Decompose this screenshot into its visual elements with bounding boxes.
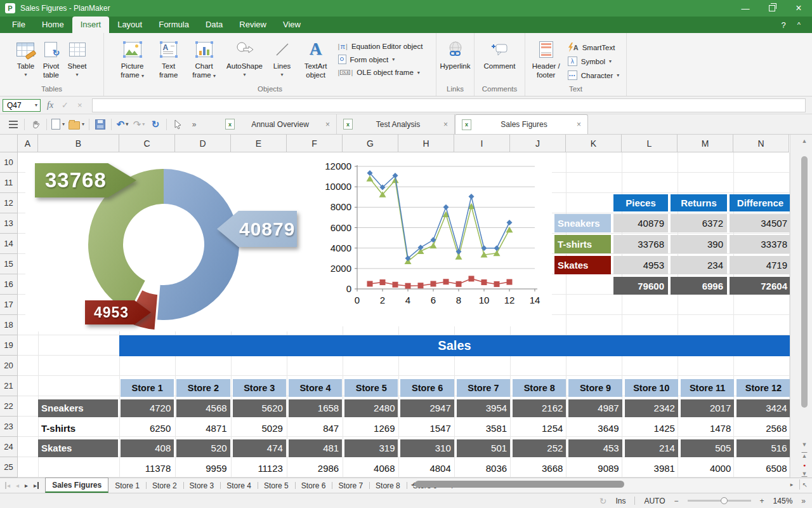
chart-frame-button[interactable]: Chart frame ▾	[186, 36, 223, 81]
refresh-button[interactable]: ↻	[147, 117, 164, 131]
column-header-H[interactable]: H	[398, 135, 454, 152]
store-value-cell[interactable]: 474	[233, 439, 286, 457]
store-value-cell[interactable]: 1658	[289, 399, 342, 417]
table-button[interactable]: Table▾	[15, 36, 36, 79]
summary-value-cell[interactable]: 4953	[613, 256, 668, 274]
equation-editor-object-button[interactable]: |π| Equation Editor object	[338, 43, 423, 50]
row-header-17[interactable]: 17	[0, 295, 18, 315]
summary-total-cell[interactable]: 79600	[613, 277, 668, 295]
store-value-cell[interactable]: 4720	[121, 399, 174, 417]
vertical-scrollbar-thumb[interactable]	[801, 156, 808, 408]
menu-tab-home[interactable]: Home	[34, 17, 72, 33]
cell-reference-box[interactable]: Q47 ▾	[3, 99, 41, 112]
column-header-C[interactable]: C	[119, 135, 175, 152]
store-value-cell[interactable]: 847	[289, 419, 342, 437]
status-overflow-button[interactable]: »	[801, 497, 806, 505]
store-value-cell[interactable]: 453	[568, 439, 622, 457]
scroll-right-button[interactable]: ▸	[788, 480, 796, 489]
store-header-cell[interactable]: Store 6	[400, 379, 454, 397]
menu-tab-data[interactable]: Data	[197, 17, 231, 33]
store-header-cell[interactable]: Store 9	[568, 379, 622, 397]
line-chart[interactable]: 02000400060008000100001200002468101214	[304, 157, 546, 313]
store-header-cell[interactable]: Store 2	[176, 379, 230, 397]
store-value-cell[interactable]: 4871	[176, 419, 230, 437]
summary-header-cell[interactable]: Pieces	[613, 194, 668, 211]
select-all-corner[interactable]	[0, 135, 18, 152]
store-value-cell[interactable]: 481	[289, 439, 342, 457]
lines-button[interactable]: Lines▾	[267, 36, 298, 79]
menu-tab-formula[interactable]: Formula	[150, 17, 197, 33]
horizontal-scrollbar-thumb[interactable]	[415, 481, 624, 488]
store-value-cell[interactable]: 505	[681, 439, 734, 457]
row-header-11[interactable]: 11	[0, 173, 18, 193]
textart-object-button[interactable]: A TextArt object	[298, 36, 334, 81]
sales-banner[interactable]: Sales	[119, 335, 790, 356]
store-value-cell[interactable]: 2480	[344, 399, 398, 417]
menu-tab-review[interactable]: Review	[231, 17, 275, 33]
store-total-cell[interactable]: 3981	[625, 459, 678, 477]
store-header-cell[interactable]: Store 5	[344, 379, 398, 397]
store-value-cell[interactable]: 3424	[737, 399, 790, 417]
document-tab[interactable]: xSales Figures×	[455, 114, 588, 134]
sheet-tab-store-4[interactable]: Store 4	[220, 478, 258, 493]
row-header-21[interactable]: 21	[0, 376, 18, 396]
store-value-cell[interactable]: 408	[121, 439, 174, 457]
store-value-cell[interactable]: 5029	[233, 419, 286, 437]
store-row-label[interactable]: T-shirts	[38, 419, 118, 437]
undo-button[interactable]: ↶▾	[114, 117, 131, 131]
row-header-23[interactable]: 23	[0, 417, 18, 437]
cancel-entry-icon[interactable]: ×	[77, 100, 82, 110]
scroll-down-button[interactable]: ▼	[798, 439, 811, 449]
form-object-button[interactable]: Form object ▾	[338, 55, 423, 64]
sheet-tab-store-6[interactable]: Store 6	[295, 478, 332, 493]
summary-total-cell[interactable]: 6996	[671, 277, 727, 295]
sheet-tab-store-2[interactable]: Store 2	[146, 478, 183, 493]
column-header-N[interactable]: N	[733, 135, 789, 152]
store-total-cell[interactable]: 3668	[513, 459, 566, 477]
row-header-16[interactable]: 16	[0, 274, 18, 295]
store-row-label[interactable]: Sneakers	[38, 399, 118, 417]
store-value-cell[interactable]: 516	[737, 439, 790, 457]
text-frame-button[interactable]: A Text frame	[152, 36, 186, 81]
column-header-G[interactable]: G	[343, 135, 398, 152]
store-total-cell[interactable]: 4068	[344, 459, 398, 477]
open-document-button[interactable]: ▾	[67, 117, 86, 131]
store-value-cell[interactable]: 1269	[344, 419, 398, 437]
redo-button[interactable]: ↷▾	[131, 117, 147, 131]
summary-header-cell[interactable]: Returns	[671, 194, 727, 211]
store-value-cell[interactable]: 214	[625, 439, 678, 457]
store-header-cell[interactable]: Store 1	[121, 379, 174, 397]
formula-input[interactable]	[92, 98, 806, 112]
summary-row-label[interactable]: T-shirts	[554, 235, 611, 253]
store-value-cell[interactable]: 501	[457, 439, 510, 457]
store-value-cell[interactable]: 252	[513, 439, 566, 457]
smarttext-button[interactable]: A SmartText	[568, 43, 620, 52]
sheet-tab-store-1[interactable]: Store 1	[108, 478, 146, 493]
store-value-cell[interactable]: 2017	[681, 399, 734, 417]
store-header-cell[interactable]: Store 3	[233, 379, 286, 397]
summary-header-cell[interactable]: Difference	[730, 194, 791, 211]
column-header-I[interactable]: I	[454, 135, 510, 152]
new-document-button[interactable]: ▾	[49, 117, 67, 131]
store-header-cell[interactable]: Store 11	[681, 379, 734, 397]
menu-tab-view[interactable]: View	[275, 17, 309, 33]
store-value-cell[interactable]: 1254	[513, 419, 566, 437]
store-value-cell[interactable]: 2162	[513, 399, 566, 417]
store-value-cell[interactable]: 310	[400, 439, 454, 457]
row-header-20[interactable]: 20	[0, 356, 18, 376]
column-header-D[interactable]: D	[175, 135, 231, 152]
summary-value-cell[interactable]: 234	[671, 256, 727, 274]
callout-skates[interactable]: 4953	[85, 300, 151, 324]
row-header-25[interactable]: 25	[0, 457, 18, 478]
sheet-tab-store-8[interactable]: Store 8	[369, 478, 407, 493]
column-header-J[interactable]: J	[510, 135, 566, 152]
zoom-out-button[interactable]: −	[674, 497, 679, 505]
row-header-24[interactable]: 24	[0, 437, 18, 457]
column-header-L[interactable]: L	[622, 135, 678, 152]
save-button[interactable]	[92, 117, 108, 131]
help-button[interactable]: ?	[782, 20, 786, 30]
close-button[interactable]: ×	[785, 0, 812, 17]
menu-tab-insert[interactable]: Insert	[72, 17, 110, 33]
store-total-cell[interactable]: 9089	[568, 459, 622, 477]
minimize-button[interactable]: —	[732, 0, 759, 17]
